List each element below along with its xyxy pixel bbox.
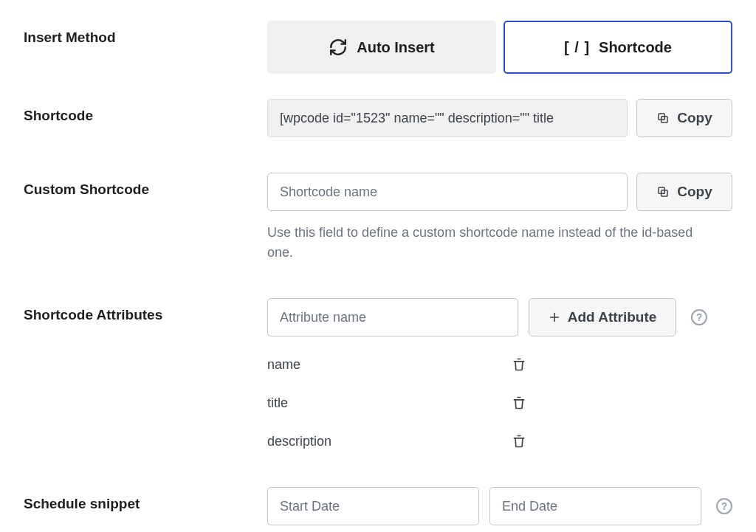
auto-insert-button[interactable]: Auto Insert (267, 21, 496, 74)
attributes-label: Shortcode Attributes (24, 298, 267, 323)
shortcode-value[interactable]: [wpcode id="1523" name="" description=""… (267, 99, 628, 137)
copy-shortcode-button[interactable]: Copy (636, 99, 732, 137)
add-attribute-button[interactable]: Add Attribute (529, 298, 676, 336)
start-date-input[interactable] (267, 487, 479, 525)
shortcode-icon: [ / ] (564, 39, 590, 56)
custom-shortcode-row: Custom Shortcode Copy Use this field to … (24, 173, 732, 263)
attributes-row: Shortcode Attributes Add Attribute ? nam… (24, 298, 732, 452)
attribute-item-label: title (267, 395, 288, 411)
custom-shortcode-help: Use this field to define a custom shortc… (267, 223, 710, 263)
schedule-label: Schedule snippet (24, 487, 267, 512)
copy-custom-shortcode-button[interactable]: Copy (636, 173, 732, 211)
custom-shortcode-label: Custom Shortcode (24, 173, 267, 198)
schedule-field: ? (267, 487, 732, 525)
copy-custom-shortcode-label: Copy (677, 184, 712, 200)
refresh-icon (329, 38, 348, 57)
attribute-name-input[interactable] (267, 298, 518, 336)
attribute-item: description (267, 431, 529, 452)
attribute-item-label: name (267, 357, 300, 373)
trash-icon (512, 357, 526, 372)
delete-attribute-button[interactable] (509, 393, 529, 413)
delete-attribute-button[interactable] (509, 354, 529, 375)
shortcode-toggle-label: Shortcode (599, 39, 672, 56)
add-attribute-label: Add Attribute (568, 309, 657, 325)
help-icon[interactable]: ? (691, 309, 707, 325)
attributes-field: Add Attribute ? name title (267, 298, 732, 452)
custom-shortcode-field: Copy Use this field to define a custom s… (267, 173, 732, 263)
end-date-input[interactable] (489, 487, 701, 525)
shortcode-line: [wpcode id="1523" name="" description=""… (267, 99, 732, 137)
insert-method-label: Insert Method (24, 21, 267, 46)
auto-insert-label: Auto Insert (357, 39, 435, 56)
insert-method-row: Insert Method Auto Insert [ / ] Shortcod… (24, 21, 732, 74)
delete-attribute-button[interactable] (509, 431, 529, 452)
attribute-item: title (267, 393, 529, 413)
shortcode-label: Shortcode (24, 99, 267, 124)
insert-method-field: Auto Insert [ / ] Shortcode (267, 21, 732, 74)
plus-icon (549, 311, 560, 323)
schedule-row: Schedule snippet ? (24, 487, 732, 525)
shortcode-toggle-button[interactable]: [ / ] Shortcode (504, 21, 732, 74)
attributes-input-row: Add Attribute ? (267, 298, 732, 336)
schedule-date-pair: ? (267, 487, 732, 525)
trash-icon (512, 434, 526, 449)
trash-icon (512, 395, 526, 410)
copy-icon (656, 185, 670, 198)
attribute-item: name (267, 354, 529, 375)
shortcode-field: [wpcode id="1523" name="" description=""… (267, 99, 732, 137)
copy-icon (656, 111, 670, 125)
custom-shortcode-input[interactable] (267, 173, 628, 211)
shortcode-row: Shortcode [wpcode id="1523" name="" desc… (24, 99, 732, 137)
copy-shortcode-label: Copy (677, 110, 712, 126)
help-icon[interactable]: ? (716, 498, 732, 514)
insert-method-toggle: Auto Insert [ / ] Shortcode (267, 21, 732, 74)
attribute-item-label: description (267, 434, 331, 449)
custom-shortcode-line: Copy (267, 173, 732, 211)
attributes-list: name title description (267, 354, 732, 452)
